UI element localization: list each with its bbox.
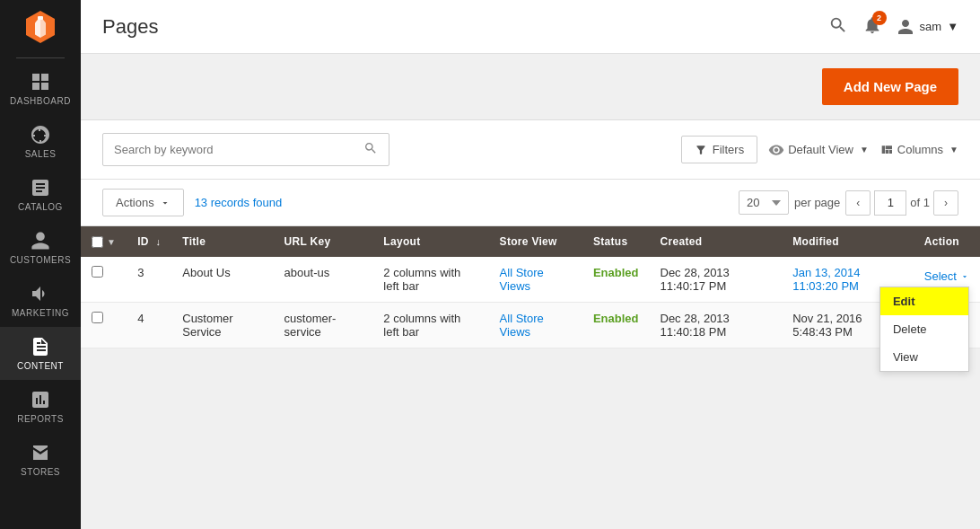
sidebar-item-stores[interactable]: STORES: [0, 433, 81, 486]
pagination: 20 30 50 100 200 per page ‹ of 1 ›: [739, 190, 958, 216]
sidebar-divider: [16, 57, 65, 58]
header: Pages 2 sam ▼: [81, 0, 980, 54]
user-menu-chevron: ▼: [947, 20, 958, 33]
row-1-status-badge: Enabled: [593, 266, 639, 279]
row-2-title: Customer Service: [171, 303, 273, 348]
table-row: 3 About Us about-us 2 columns with left …: [81, 257, 980, 303]
view-control[interactable]: Default View ▼: [768, 142, 869, 158]
per-page-dropdown[interactable]: 20 30 50 100 200: [739, 190, 789, 215]
row-1-select-checkbox[interactable]: [92, 266, 103, 278]
row-2-url-key: customer-service: [274, 303, 373, 348]
sidebar-item-marketing[interactable]: MARKETING: [0, 274, 81, 327]
per-page-label: per page: [794, 196, 840, 209]
sidebar-item-reports[interactable]: REPORTS: [0, 380, 81, 433]
id-sort-icon[interactable]: ↓: [155, 236, 161, 247]
svg-rect-3: [38, 16, 43, 20]
header-action: Action: [914, 226, 980, 257]
action-delete[interactable]: Delete: [880, 315, 968, 343]
row-1-layout: 2 columns with left bar: [372, 257, 488, 303]
per-page-select: 20 30 50 100 200: [739, 190, 789, 215]
search-button[interactable]: [353, 134, 389, 165]
row-1-status: Enabled: [582, 257, 650, 303]
row-1-title: About Us: [171, 257, 273, 303]
view-label: Default View: [788, 143, 853, 156]
sidebar-label-catalog: CATALOG: [18, 202, 63, 212]
header-modified: Modified: [782, 226, 914, 257]
row-1-action-wrap: Select Edit Delete View: [924, 266, 969, 287]
user-menu[interactable]: sam ▼: [897, 18, 958, 36]
sidebar-item-catalog[interactable]: CATALOG: [0, 168, 81, 221]
sidebar-item-sales[interactable]: SALES: [0, 115, 81, 168]
view-chevron: ▼: [860, 145, 869, 154]
notifications-bell[interactable]: 2: [862, 15, 882, 38]
sidebar-label-customers: CUSTOMERS: [10, 255, 71, 265]
table-row: 4 Customer Service customer-service 2 co…: [81, 303, 980, 348]
row-2-created: Dec 28, 2013 11:40:18 PM: [650, 303, 783, 348]
prev-page-button[interactable]: ‹: [845, 190, 871, 216]
actions-left: Actions 13 records found: [102, 189, 282, 216]
header-created: Created: [650, 226, 783, 257]
add-new-page-button[interactable]: Add New Page: [822, 68, 958, 105]
row-1-url-key: about-us: [274, 257, 373, 303]
page-title: Pages: [102, 15, 158, 39]
action-edit[interactable]: Edit: [880, 287, 968, 315]
table-controls: Actions 13 records found 20 30 50 100 20…: [81, 180, 980, 226]
row-2-status-badge: Enabled: [593, 312, 639, 325]
sidebar-item-customers[interactable]: CUSTOMERS: [0, 221, 81, 274]
header-right: 2 sam ▼: [828, 15, 958, 38]
row-2-store-view-link[interactable]: All Store Views: [500, 312, 544, 339]
sidebar: DASHBOARD SALES CATALOG CUSTOMERS MARKET…: [0, 0, 81, 529]
action-view[interactable]: View: [880, 343, 968, 371]
filters-label: Filters: [713, 143, 744, 156]
row-2-checkbox: [81, 303, 127, 348]
pages-table: ▼ ID ↓ Title URL Key Layout Store View S…: [81, 226, 980, 348]
page-nav: ‹ of 1 ›: [845, 190, 958, 216]
select-all-checkbox[interactable]: [92, 236, 103, 248]
sidebar-item-content[interactable]: CONTENT: [0, 327, 81, 380]
page-input[interactable]: [874, 190, 906, 216]
page-total: of 1: [910, 196, 930, 209]
header-layout: Layout: [372, 226, 488, 257]
row-2-store-view: All Store Views: [489, 303, 582, 348]
header-store-view: Store View: [489, 226, 582, 257]
columns-chevron: ▼: [949, 145, 958, 154]
sidebar-label-reports: REPORTS: [17, 414, 64, 424]
header-id: ID ↓: [127, 226, 171, 257]
actions-label: Actions: [116, 196, 154, 209]
records-count: 13 records found: [195, 196, 283, 209]
row-1-created: Dec 28, 2013 11:40:17 PM: [650, 257, 783, 303]
sidebar-label-stores: STORES: [21, 467, 60, 477]
header-url-key: URL Key: [274, 226, 373, 257]
row-1-checkbox: [81, 257, 127, 303]
table-header-row: ▼ ID ↓ Title URL Key Layout Store View S…: [81, 226, 980, 257]
actions-button[interactable]: Actions: [102, 189, 184, 216]
user-name: sam: [920, 20, 942, 33]
row-2-status: Enabled: [582, 303, 650, 348]
row-1-select-button[interactable]: Select: [924, 266, 969, 287]
search-box: [102, 133, 389, 166]
search-input[interactable]: [103, 136, 353, 163]
action-bar: Add New Page: [81, 54, 980, 120]
notification-count: 2: [872, 11, 887, 25]
row-1-id: 3: [127, 257, 171, 303]
search-icon[interactable]: [828, 15, 848, 38]
header-title: Title: [171, 226, 273, 257]
header-checkbox-chevron[interactable]: ▼: [107, 237, 116, 247]
main-content: Pages 2 sam ▼ Add New Page: [81, 0, 980, 529]
header-checkbox-col: ▼: [81, 226, 127, 257]
next-page-button[interactable]: ›: [933, 190, 958, 216]
columns-label: Columns: [897, 143, 943, 156]
logo: [0, 0, 81, 54]
row-2-layout: 2 columns with left bar: [372, 303, 488, 348]
filters-button[interactable]: Filters: [681, 136, 757, 163]
row-1-store-view-link[interactable]: All Store Views: [500, 266, 544, 293]
row-1-store-view: All Store Views: [489, 257, 582, 303]
filter-bar: Filters Default View ▼ Columns ▼: [81, 120, 980, 180]
row-1-action-dropdown: Edit Delete View: [879, 287, 969, 372]
row-1-action: Select Edit Delete View: [914, 257, 980, 303]
page-body: Add New Page Filters Default View ▼: [81, 54, 980, 529]
columns-control[interactable]: Columns ▼: [879, 143, 958, 157]
sidebar-item-dashboard[interactable]: DASHBOARD: [0, 62, 81, 115]
row-2-select-checkbox[interactable]: [92, 312, 103, 323]
filter-controls: Filters Default View ▼ Columns ▼: [681, 136, 958, 163]
